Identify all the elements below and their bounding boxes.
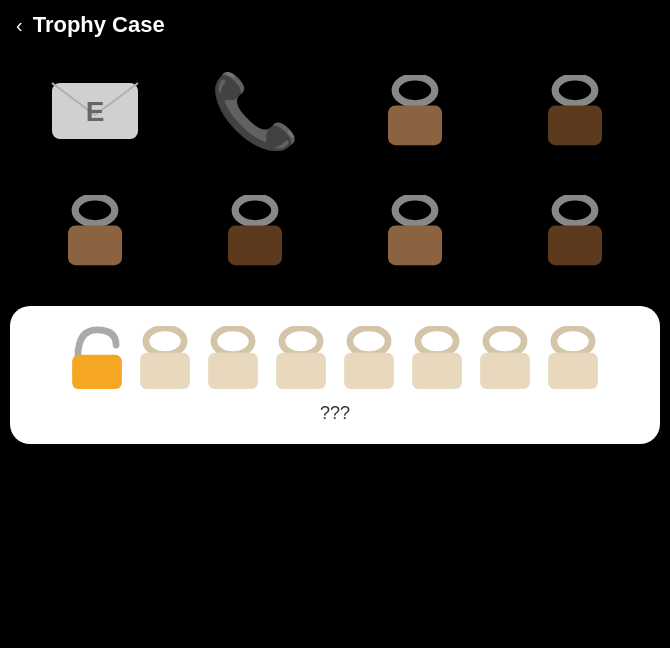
email-icon: E xyxy=(50,75,140,147)
lock-icon-4 xyxy=(219,195,291,267)
small-lock-unlocked[interactable] xyxy=(67,326,127,391)
header: ‹ Trophy Case xyxy=(0,0,670,46)
small-lock-8[interactable] xyxy=(543,326,603,391)
small-lock-3[interactable] xyxy=(203,326,263,391)
svg-rect-16 xyxy=(72,355,122,389)
svg-rect-8 xyxy=(75,197,115,224)
svg-rect-20 xyxy=(208,353,258,389)
svg-rect-5 xyxy=(388,106,442,146)
trophy-lock-5[interactable] xyxy=(340,176,490,286)
svg-rect-24 xyxy=(344,353,394,389)
svg-rect-15 xyxy=(548,226,602,266)
svg-rect-13 xyxy=(388,226,442,266)
svg-rect-17 xyxy=(146,328,184,355)
svg-rect-19 xyxy=(214,328,252,355)
svg-rect-29 xyxy=(554,328,592,355)
small-lock-2[interactable] xyxy=(135,326,195,391)
trophy-grid: E 📞 xyxy=(0,46,670,306)
svg-rect-10 xyxy=(235,197,275,224)
trophy-lock-1[interactable] xyxy=(340,56,490,166)
svg-rect-12 xyxy=(395,197,435,224)
small-lock-4[interactable] xyxy=(271,326,331,391)
lock-icon-3 xyxy=(59,195,131,267)
svg-rect-23 xyxy=(350,328,388,355)
svg-rect-22 xyxy=(276,353,326,389)
small-lock-row xyxy=(26,326,644,391)
small-lock-6[interactable] xyxy=(407,326,467,391)
svg-rect-11 xyxy=(228,226,282,266)
lock-icon-6 xyxy=(539,195,611,267)
page-title: Trophy Case xyxy=(33,12,165,38)
lock-icon-2 xyxy=(539,75,611,147)
bottom-card: ??? xyxy=(10,306,660,444)
svg-rect-9 xyxy=(68,226,122,266)
svg-rect-25 xyxy=(418,328,456,355)
trophy-lock-6[interactable] xyxy=(500,176,650,286)
svg-rect-30 xyxy=(548,353,598,389)
trophy-email[interactable]: E xyxy=(20,56,170,166)
trophy-lock-2[interactable] xyxy=(500,56,650,166)
svg-rect-4 xyxy=(395,77,435,104)
trophy-lock-3[interactable] xyxy=(20,176,170,286)
lock-icon-5 xyxy=(379,195,451,267)
back-button[interactable]: ‹ xyxy=(16,14,23,37)
svg-text:E: E xyxy=(86,96,105,127)
svg-rect-6 xyxy=(555,77,595,104)
trophy-lock-4[interactable] xyxy=(180,176,330,286)
lock-icon-1 xyxy=(379,75,451,147)
svg-rect-14 xyxy=(555,197,595,224)
trophy-phone[interactable]: 📞 xyxy=(180,56,330,166)
svg-rect-26 xyxy=(412,353,462,389)
small-lock-5[interactable] xyxy=(339,326,399,391)
phone-icon: 📞 xyxy=(210,69,300,154)
svg-rect-21 xyxy=(282,328,320,355)
svg-rect-28 xyxy=(480,353,530,389)
small-lock-7[interactable] xyxy=(475,326,535,391)
svg-rect-18 xyxy=(140,353,190,389)
svg-rect-27 xyxy=(486,328,524,355)
svg-rect-7 xyxy=(548,106,602,146)
question-text: ??? xyxy=(26,403,644,424)
